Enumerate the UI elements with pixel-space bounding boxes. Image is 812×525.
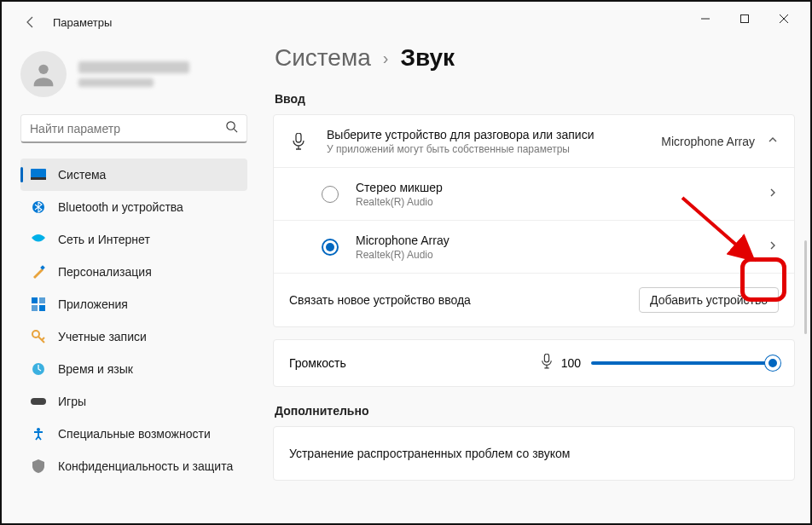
close-icon bbox=[780, 14, 788, 23]
nav-accounts[interactable]: Учетные записи bbox=[20, 320, 247, 353]
minimize-icon bbox=[701, 14, 710, 23]
svg-rect-14 bbox=[39, 305, 45, 311]
nav-bluetooth[interactable]: Bluetooth и устройства bbox=[20, 191, 247, 223]
input-devices-card: Выберите устройство для разговора или за… bbox=[273, 114, 795, 327]
chevron-right-icon: › bbox=[383, 49, 389, 68]
apps-icon bbox=[31, 297, 46, 312]
volume-value: 100 bbox=[561, 356, 581, 370]
nav-system[interactable]: Система bbox=[20, 159, 247, 191]
device-name: Microphone Array bbox=[356, 234, 767, 247]
svg-rect-8 bbox=[31, 177, 46, 180]
back-button[interactable] bbox=[20, 12, 41, 32]
arrow-left-icon bbox=[24, 15, 38, 29]
nav-label: Система bbox=[58, 168, 106, 182]
accessibility-icon bbox=[31, 426, 46, 441]
brush-icon bbox=[31, 264, 46, 280]
device-option-micarray[interactable]: Microphone Array Realtek(R) Audio bbox=[274, 221, 794, 274]
nav-network[interactable]: Сеть и Интернет bbox=[20, 223, 247, 256]
volume-row: Громкость 100 bbox=[274, 340, 794, 386]
clock-globe-icon bbox=[31, 361, 46, 377]
shield-icon bbox=[31, 459, 46, 474]
chevron-right-icon[interactable] bbox=[767, 239, 779, 255]
nav-label: Персонализация bbox=[58, 265, 152, 279]
nav-label: Конфиденциальность и защита bbox=[58, 459, 233, 473]
device-option-stereo[interactable]: Стерео микшер Realtek(R) Audio bbox=[274, 168, 794, 221]
add-device-button[interactable]: Добавить устройство bbox=[639, 287, 779, 313]
svg-point-15 bbox=[32, 331, 39, 338]
nav-label: Bluetooth и устройства bbox=[58, 200, 183, 214]
row-title: Выберите устройство для разговора или за… bbox=[327, 128, 661, 141]
svg-rect-20 bbox=[544, 354, 548, 362]
avatar bbox=[20, 51, 67, 97]
scrollbar[interactable] bbox=[804, 240, 807, 334]
nav-personalization[interactable]: Персонализация bbox=[20, 256, 247, 288]
troubleshoot-text: Устранение распространенных проблем со з… bbox=[289, 447, 779, 460]
svg-rect-13 bbox=[32, 305, 38, 311]
troubleshoot-card[interactable]: Устранение распространенных проблем со з… bbox=[273, 426, 795, 481]
nav-label: Учетные записи bbox=[58, 330, 147, 343]
pair-text: Связать новое устройство ввода bbox=[289, 293, 471, 307]
search-box[interactable] bbox=[20, 114, 247, 143]
user-profile[interactable] bbox=[20, 51, 247, 97]
nav-label: Игры bbox=[58, 395, 86, 408]
user-name-blur bbox=[78, 61, 189, 73]
wifi-icon bbox=[31, 232, 46, 247]
display-icon bbox=[31, 167, 46, 182]
input-device-select-row[interactable]: Выберите устройство для разговора или за… bbox=[274, 115, 794, 168]
svg-rect-10 bbox=[40, 265, 45, 270]
user-email-blur bbox=[78, 78, 154, 87]
svg-rect-11 bbox=[32, 297, 38, 303]
window-title: Параметры bbox=[53, 16, 112, 29]
svg-point-5 bbox=[227, 122, 235, 130]
nav-gaming[interactable]: Игры bbox=[20, 385, 247, 418]
chevron-right-icon[interactable] bbox=[767, 187, 779, 202]
microphone-icon[interactable] bbox=[541, 354, 553, 372]
device-driver: Realtek(R) Audio bbox=[356, 196, 767, 208]
section-input-label: Ввод bbox=[275, 92, 795, 106]
breadcrumb-current: Звук bbox=[400, 44, 455, 72]
gamepad-icon bbox=[31, 394, 46, 409]
close-button[interactable] bbox=[764, 5, 803, 32]
device-driver: Realtek(R) Audio bbox=[356, 249, 767, 261]
volume-slider[interactable] bbox=[591, 355, 779, 372]
person-icon bbox=[29, 60, 58, 89]
nav-label: Специальные возможности bbox=[58, 427, 211, 441]
pair-device-row: Связать новое устройство ввода Добавить … bbox=[274, 274, 794, 326]
device-name: Стерео микшер bbox=[356, 181, 767, 194]
nav-apps[interactable]: Приложения bbox=[20, 288, 247, 320]
volume-label: Громкость bbox=[289, 356, 346, 370]
svg-rect-12 bbox=[39, 297, 45, 303]
breadcrumb-parent[interactable]: Система bbox=[275, 44, 371, 72]
slider-thumb[interactable] bbox=[765, 355, 780, 371]
minimize-button[interactable] bbox=[686, 5, 725, 32]
key-icon bbox=[31, 329, 46, 344]
volume-card: Громкость 100 bbox=[273, 339, 795, 387]
svg-rect-17 bbox=[31, 398, 46, 405]
slider-track bbox=[591, 361, 779, 365]
svg-rect-19 bbox=[296, 133, 301, 142]
microphone-icon bbox=[289, 133, 308, 150]
nav-list: Система Bluetooth и устройства Сеть и Ин… bbox=[20, 159, 247, 482]
search-icon bbox=[225, 120, 238, 136]
section-additional-label: Дополнительно bbox=[275, 404, 795, 418]
svg-point-4 bbox=[38, 65, 48, 74]
bluetooth-icon bbox=[31, 199, 46, 215]
chevron-up-icon bbox=[767, 134, 779, 149]
nav-time[interactable]: Время и язык bbox=[20, 353, 247, 385]
selected-device-value: Microphone Array bbox=[661, 135, 755, 148]
maximize-button[interactable] bbox=[725, 5, 764, 32]
nav-label: Время и язык bbox=[58, 362, 133, 376]
nav-label: Приложения bbox=[58, 297, 128, 311]
svg-rect-1 bbox=[741, 15, 749, 23]
maximize-icon bbox=[740, 14, 749, 23]
radio-checked[interactable] bbox=[322, 239, 339, 256]
nav-privacy[interactable]: Конфиденциальность и защита bbox=[20, 450, 247, 482]
svg-point-18 bbox=[37, 428, 40, 431]
svg-line-6 bbox=[234, 129, 237, 132]
row-subtitle: У приложений могут быть собственные пара… bbox=[327, 143, 661, 155]
nav-label: Сеть и Интернет bbox=[58, 233, 150, 246]
breadcrumb: Система › Звук bbox=[275, 44, 795, 72]
radio-unchecked[interactable] bbox=[322, 186, 339, 203]
nav-accessibility[interactable]: Специальные возможности bbox=[20, 418, 247, 450]
search-input[interactable] bbox=[30, 122, 225, 136]
